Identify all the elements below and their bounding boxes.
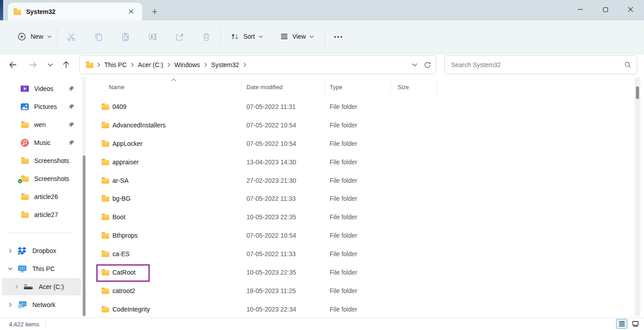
file-row-ar-sa[interactable]: ar-SA 27-02-2023 21:30 File folder: [90, 172, 632, 190]
file-row-applocker[interactable]: AppLocker 07-05-2022 10:54 File folder: [90, 135, 632, 153]
sidebar-item-article26[interactable]: article26: [2, 188, 81, 205]
column-separator[interactable]: [437, 81, 437, 93]
toolbar-divider: [325, 28, 325, 45]
file-name: ar-SA: [112, 177, 129, 184]
arrow-right-icon: [29, 61, 37, 68]
column-header-date-modified[interactable]: Date modified: [246, 84, 282, 90]
file-list-scrollbar-track[interactable]: [635, 77, 640, 316]
sidebar-item-this-pc[interactable]: This PC: [2, 260, 81, 277]
share-icon: [174, 32, 184, 42]
file-row-codeintegrity[interactable]: CodeIntegrity 10-05-2023 22:34 File fold…: [90, 300, 632, 319]
sort-button[interactable]: Sort: [226, 27, 268, 45]
breadcrumb-windows[interactable]: Windows: [171, 59, 203, 70]
close-window-button[interactable]: [618, 0, 643, 19]
chevron-right-icon[interactable]: [8, 249, 13, 253]
pin-icon: [68, 104, 75, 110]
view-button[interactable]: View: [275, 27, 318, 45]
file-type: File folder: [330, 232, 357, 239]
details-view-button[interactable]: [616, 319, 627, 329]
copy-button[interactable]: [89, 28, 107, 46]
file-date: 07-05-2022 10:54: [246, 232, 296, 239]
breadcrumb-chevron-icon: [96, 63, 101, 67]
breadcrumb-this-pc[interactable]: This PC: [101, 59, 130, 70]
column-separator[interactable]: [390, 81, 391, 93]
file-row-catroot2[interactable]: catroot2 18-05-2023 11:25 File folder: [90, 282, 632, 300]
cut-button[interactable]: [63, 28, 80, 46]
rename-button[interactable]: [143, 28, 161, 46]
folder-icon: [102, 232, 109, 239]
chevron-right-icon[interactable]: [14, 285, 19, 289]
address-dropdown-button[interactable]: [412, 63, 417, 67]
sidebar-divider: [6, 233, 74, 233]
folder-icon: [20, 122, 30, 128]
sidebar-item-article27[interactable]: article27: [2, 206, 81, 223]
file-row-bg-bg[interactable]: bg-BG 07-05-2022 11:33 File folder: [90, 190, 632, 208]
file-date: 07-05-2022 10:54: [246, 140, 296, 147]
file-row-boot[interactable]: Boot 10-05-2023 22:35 File folder: [90, 208, 632, 226]
tab-close-button[interactable]: [125, 6, 137, 17]
file-row-advancedinstallers[interactable]: AdvancedInstallers 07-05-2022 10:54 File…: [90, 116, 632, 135]
sidebar-item-pictures[interactable]: Pictures: [2, 98, 81, 115]
plus-circle-icon: [17, 32, 27, 41]
sidebar-item-wen[interactable]: wen: [2, 116, 81, 133]
breadcrumb-system32[interactable]: System32: [208, 59, 242, 70]
file-type: File folder: [330, 306, 357, 313]
file-date: 07-05-2022 10:54: [246, 122, 296, 129]
forward-button[interactable]: [26, 58, 40, 72]
column-header-type[interactable]: Type: [330, 84, 342, 90]
see-more-button[interactable]: [329, 28, 347, 46]
sidebar-item-acer-c[interactable]: Acer (C:): [2, 278, 81, 295]
refresh-button[interactable]: [424, 61, 431, 69]
sidebar-item-dropbox[interactable]: Dropbox: [2, 242, 81, 259]
recent-locations-button[interactable]: [44, 58, 57, 72]
maximize-button[interactable]: [593, 0, 618, 19]
address-bar[interactable]: This PC Acer (C:) Windows System32: [79, 55, 436, 74]
back-button[interactable]: [6, 58, 20, 72]
sort-ascending-caret-icon: [171, 78, 176, 81]
file-name: CodeIntegrity: [112, 306, 150, 313]
file-date: 10-05-2023 22:35: [246, 213, 296, 221]
pin-icon: [68, 86, 75, 92]
delete-button[interactable]: [197, 28, 215, 46]
column-header-name[interactable]: Name: [109, 84, 125, 90]
file-row-0409[interactable]: 0409 07-05-2022 11:31 File folder: [90, 98, 632, 116]
file-row-bthprops[interactable]: Bthprops 07-05-2022 10:54 File folder: [90, 226, 632, 245]
sidebar-item-network[interactable]: Network: [2, 296, 81, 313]
new-tab-button[interactable]: [148, 6, 161, 18]
file-row-catroot[interactable]: CatRoot 10-05-2023 22:35 File folder: [90, 263, 632, 282]
file-name: CatRoot: [112, 269, 135, 276]
sidebar-scrollbar-thumb[interactable]: [83, 155, 85, 316]
trash-icon: [201, 32, 211, 42]
sidebar-item-label: article27: [34, 211, 58, 218]
search-input[interactable]: [450, 61, 624, 69]
sidebar-item-music[interactable]: Music: [2, 134, 81, 151]
folder-icon: [102, 195, 109, 202]
title-bar: System32: [0, 0, 644, 20]
new-button[interactable]: New: [13, 27, 56, 45]
command-bar: New Sort View: [0, 20, 644, 54]
file-row-ca-es[interactable]: ca-ES 07-05-2022 11:33 File folder: [90, 245, 632, 263]
paste-button[interactable]: [116, 28, 134, 46]
up-button[interactable]: [59, 58, 73, 72]
arrow-up-icon: [63, 61, 70, 69]
chevron-right-icon[interactable]: [8, 303, 13, 307]
minimize-button[interactable]: [568, 0, 593, 19]
sidebar-item-screenshots-1[interactable]: Screenshots: [2, 152, 81, 169]
column-separator[interactable]: [325, 81, 325, 93]
file-list-scrollbar-thumb[interactable]: [636, 86, 639, 99]
explorer-tab[interactable]: System32: [8, 3, 142, 20]
file-row-appraiser[interactable]: appraiser 13-04-2023 14:30 File folder: [90, 153, 632, 172]
file-name: 0409: [112, 103, 126, 110]
sidebar-item-label: Screenshots: [34, 175, 69, 182]
search-box: [444, 55, 637, 74]
share-button[interactable]: [170, 28, 188, 46]
breadcrumb-acer-c[interactable]: Acer (C:): [135, 59, 166, 70]
column-separator[interactable]: [242, 81, 242, 93]
chevron-down-icon[interactable]: [8, 267, 13, 271]
folder-icon: [102, 288, 109, 294]
sidebar-item-screenshots-2[interactable]: Screenshots: [2, 170, 81, 187]
sidebar-item-videos[interactable]: Videos: [2, 80, 81, 97]
breadcrumb-chevron-icon: [203, 63, 208, 67]
large-icons-view-button[interactable]: [630, 319, 641, 329]
column-header-size[interactable]: Size: [398, 84, 409, 90]
